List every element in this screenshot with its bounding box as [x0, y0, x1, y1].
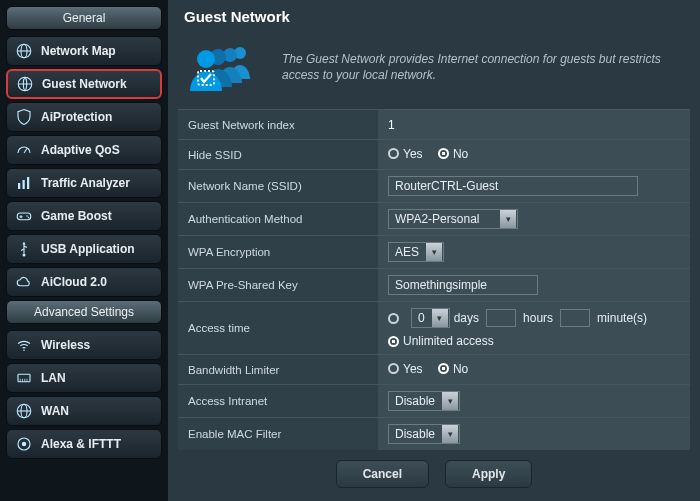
encryption-select[interactable]: AES ▾ [388, 242, 444, 262]
cancel-button[interactable]: Cancel [336, 460, 429, 488]
sidebar-item-guest-network[interactable]: Guest Network [6, 69, 162, 99]
svg-rect-6 [23, 180, 25, 189]
svg-point-12 [28, 217, 30, 219]
cloud-icon [15, 273, 33, 291]
chevron-down-icon: ▾ [426, 243, 442, 261]
psk-input[interactable] [388, 275, 538, 295]
chevron-down-icon: ▾ [432, 309, 448, 327]
sidebar-item-label: Network Map [41, 44, 116, 58]
sidebar-item-game-boost[interactable]: Game Boost [6, 201, 162, 231]
label-mac-filter: Enable MAC Filter [178, 417, 378, 450]
chevron-down-icon: ▾ [442, 425, 458, 443]
radio-icon [388, 336, 399, 347]
radio-icon [388, 148, 399, 159]
svg-point-11 [26, 215, 28, 217]
svg-rect-7 [27, 177, 29, 189]
svg-point-30 [197, 50, 215, 68]
hide-ssid-yes[interactable]: Yes [388, 147, 423, 161]
svg-point-26 [22, 442, 27, 447]
sidebar-item-label: AiProtection [41, 110, 112, 124]
usb-icon [15, 240, 33, 258]
label-hide-ssid: Hide SSID [178, 139, 378, 169]
guest-network-icon [184, 39, 264, 95]
chart-icon [15, 174, 33, 192]
access-intranet-select[interactable]: Disable ▾ [388, 391, 460, 411]
minutes-label: minute(s) [597, 311, 647, 325]
sidebar-item-label: Guest Network [42, 77, 127, 91]
mac-filter-select[interactable]: Disable ▾ [388, 424, 460, 444]
sidebar-item-network-map[interactable]: Network Map [6, 36, 162, 66]
sidebar-group-general: General [6, 6, 162, 30]
sidebar-item-label: Alexa & IFTTT [41, 437, 121, 451]
svg-point-16 [23, 350, 25, 352]
hours-label: hours [523, 311, 553, 325]
sidebar-item-label: AiCloud 2.0 [41, 275, 107, 289]
sidebar-item-aicloud[interactable]: AiCloud 2.0 [6, 267, 162, 297]
page-title: Guest Network [184, 8, 690, 25]
sidebar-item-usb-application[interactable]: USB Application [6, 234, 162, 264]
label-index: Guest Network index [178, 109, 378, 139]
label-bandwidth-limiter: Bandwidth Limiter [178, 354, 378, 384]
sidebar: General Network Map Guest Network AiProt… [0, 0, 168, 501]
svg-marker-15 [23, 242, 26, 245]
gauge-icon [15, 141, 33, 159]
sidebar-item-label: USB Application [41, 242, 135, 256]
label-enc: WPA Encryption [178, 235, 378, 268]
chevron-down-icon: ▾ [442, 392, 458, 410]
label-access-intranet: Access Intranet [178, 384, 378, 417]
sidebar-item-aiprotection[interactable]: AiProtection [6, 102, 162, 132]
value-index: 1 [388, 118, 395, 132]
sidebar-item-label: LAN [41, 371, 66, 385]
sidebar-item-alexa-ifttt[interactable]: Alexa & IFTTT [6, 429, 162, 459]
sidebar-item-label: Adaptive QoS [41, 143, 120, 157]
label-ssid: Network Name (SSID) [178, 169, 378, 202]
alexa-icon [15, 435, 33, 453]
hero-text: The Guest Network provides Internet conn… [282, 51, 662, 83]
sidebar-item-label: Traffic Analyzer [41, 176, 130, 190]
button-row: Cancel Apply [178, 450, 690, 488]
label-psk: WPA Pre-Shared Key [178, 268, 378, 301]
sidebar-item-label: WAN [41, 404, 69, 418]
hero: The Guest Network provides Internet conn… [178, 35, 690, 109]
sidebar-item-wireless[interactable]: Wireless [6, 330, 162, 360]
radio-icon [388, 313, 399, 324]
globe-icon [15, 402, 33, 420]
svg-rect-8 [17, 213, 31, 220]
radio-icon [438, 148, 449, 159]
globe-icon [16, 75, 34, 93]
sidebar-item-traffic-analyzer[interactable]: Traffic Analyzer [6, 168, 162, 198]
lan-icon [15, 369, 33, 387]
sidebar-group-advanced: Advanced Settings [6, 300, 162, 324]
shield-icon [15, 108, 33, 126]
globe-icon [15, 42, 33, 60]
svg-line-4 [24, 149, 27, 154]
main-content: Guest Network The Guest Network provides… [168, 0, 700, 501]
radio-icon [388, 363, 399, 374]
access-hours-input[interactable] [486, 309, 516, 327]
days-label: days [454, 311, 479, 325]
chevron-down-icon: ▾ [500, 210, 516, 228]
sidebar-item-label: Game Boost [41, 209, 112, 223]
sidebar-item-adaptive-qos[interactable]: Adaptive QoS [6, 135, 162, 165]
access-days-select[interactable]: 0 ▾ [411, 308, 450, 328]
sidebar-item-lan[interactable]: LAN [6, 363, 162, 393]
access-time-limited[interactable] [388, 313, 399, 324]
svg-point-13 [23, 254, 26, 257]
label-auth: Authentication Method [178, 202, 378, 235]
access-minutes-input[interactable] [560, 309, 590, 327]
sidebar-item-label: Wireless [41, 338, 90, 352]
auth-method-select[interactable]: WPA2-Personal ▾ [388, 209, 518, 229]
sidebar-item-wan[interactable]: WAN [6, 396, 162, 426]
apply-button[interactable]: Apply [445, 460, 532, 488]
ssid-input[interactable] [388, 176, 638, 196]
svg-rect-17 [18, 374, 30, 382]
wifi-icon [15, 336, 33, 354]
access-time-unlimited[interactable]: Unlimited access [388, 334, 494, 348]
hide-ssid-no[interactable]: No [438, 147, 468, 161]
settings-form: Guest Network index 1 Hide SSID Yes No N… [178, 109, 690, 450]
svg-rect-5 [18, 183, 20, 189]
gamepad-icon [15, 207, 33, 225]
bandwidth-no[interactable]: No [438, 362, 468, 376]
bandwidth-yes[interactable]: Yes [388, 362, 423, 376]
radio-icon [438, 363, 449, 374]
